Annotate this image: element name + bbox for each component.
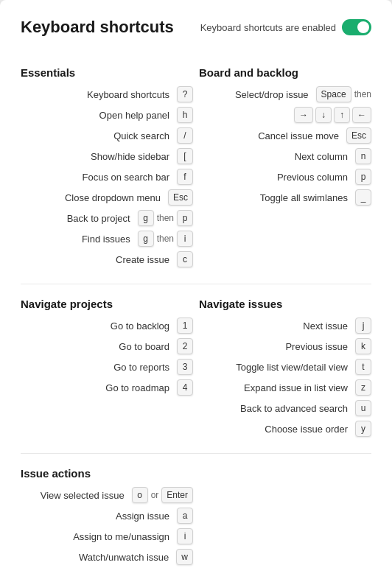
shortcut-label: View selected issue	[41, 490, 125, 501]
key-badge: p	[177, 210, 193, 226]
shortcut-label: Previous column	[277, 172, 348, 183]
then-text: then	[354, 89, 371, 99]
key-badge: h	[177, 107, 193, 123]
shortcut-show-hide-sidebar: Show/hide sidebar [	[21, 148, 193, 164]
key-badge: 4	[177, 379, 193, 396]
key-badge: u	[355, 400, 371, 416]
shortcut-close-dropdown: Close dropdown menu Esc	[21, 189, 193, 206]
shortcut-keyboard-shortcuts: Keyboard shortcuts ?	[21, 86, 193, 102]
navigate-projects-section: Navigate projects Go to backlog 1 Go to …	[21, 284, 193, 441]
key-badge: g	[138, 231, 154, 247]
key-badge: 3	[177, 359, 193, 375]
key-badge: _	[355, 189, 371, 206]
sections-grid: Essentials Keyboard shortcuts ? Open hel…	[21, 53, 371, 568]
shortcut-go-to-backlog: Go to backlog 1	[21, 318, 193, 334]
shortcut-go-to-roadmap: Go to roadmap 4	[21, 379, 193, 396]
shortcut-label: Watch/unwatch issue	[79, 552, 169, 563]
shortcut-label: Go to reports	[113, 362, 169, 373]
shortcut-view-selected-issue: View selected issue o or Enter	[21, 487, 193, 503]
shortcut-label: Keyboard shortcuts	[87, 89, 169, 100]
shortcut-label: Go to board	[119, 341, 169, 352]
shortcut-label: Expand issue in list view	[244, 382, 348, 393]
essentials-section: Essentials Keyboard shortcuts ? Open hel…	[21, 53, 193, 272]
key-badge: c	[177, 251, 193, 267]
key-badge: k	[355, 338, 371, 354]
shortcut-label: Toggle list view/detail view	[236, 362, 348, 373]
shortcut-label: Assign issue	[116, 511, 169, 522]
shortcut-label: Quick search	[113, 130, 169, 141]
shortcut-label: Close dropdown menu	[65, 192, 161, 203]
shortcut-label: Toggle all swimlanes	[260, 192, 348, 203]
shortcut-label: Next column	[295, 151, 348, 162]
shortcut-toggle-list-detail: Toggle list view/detail view t	[199, 359, 371, 375]
shortcut-focus-search-bar: Focus on search bar f	[21, 169, 193, 185]
toggle-container: Keyboard shortcuts are enabled	[200, 19, 371, 35]
toggle-label: Keyboard shortcuts are enabled	[200, 22, 336, 33]
shortcut-go-to-reports: Go to reports 3	[21, 359, 193, 375]
shortcut-label: Find issues	[82, 234, 130, 245]
shortcut-find-issues: Find issues g then i	[21, 231, 193, 247]
key-badge: g	[138, 210, 154, 226]
shortcut-choose-issue-order: Choose issue order y	[199, 421, 371, 437]
shortcut-label: Create issue	[116, 254, 169, 265]
or-text: or	[151, 490, 159, 500]
key-arrow-left: ←	[352, 107, 371, 123]
key-badge: 2	[177, 338, 193, 354]
key-badge: p	[355, 169, 371, 185]
key-badge: Esc	[346, 127, 371, 144]
shortcut-label: Back to project	[67, 213, 130, 224]
shortcut-toggle-swimlanes: Toggle all swimlanes _	[199, 189, 371, 206]
keyboard-shortcuts-toggle[interactable]	[342, 19, 371, 35]
key-badge: Space	[316, 86, 351, 102]
issue-actions-title: Issue actions	[21, 467, 193, 480]
key-enter: Enter	[161, 487, 193, 503]
shortcut-label: Open help panel	[99, 110, 169, 121]
issue-actions-right-spacer	[199, 454, 371, 568]
then-text: then	[157, 234, 174, 244]
modal-title: Keyboard shortcuts	[21, 18, 174, 37]
key-arrow-right: →	[294, 107, 313, 123]
key-badge: i	[177, 528, 193, 544]
shortcut-expand-issue-list: Expand issue in list view z	[199, 379, 371, 396]
key-badge: z	[355, 379, 371, 396]
key-badge: t	[355, 359, 371, 375]
shortcut-label: Focus on search bar	[82, 172, 169, 183]
shortcut-create-issue: Create issue c	[21, 251, 193, 267]
shortcut-label: Next issue	[303, 320, 348, 332]
shortcut-assign-issue: Assign issue a	[21, 508, 193, 524]
navigate-issues-section: Navigate issues Next issue j Previous is…	[199, 284, 371, 441]
board-backlog-title: Board and backlog	[199, 66, 371, 79]
essentials-title: Essentials	[21, 66, 193, 79]
arrow-keys-row: → ↓ ↑ ←	[199, 107, 371, 123]
shortcut-label: Choose issue order	[265, 424, 348, 435]
issue-actions-section: Issue actions View selected issue o or E…	[21, 454, 193, 568]
key-badge: 1	[177, 318, 193, 334]
navigate-projects-title: Navigate projects	[21, 298, 193, 310]
shortcut-previous-issue: Previous issue k	[199, 338, 371, 354]
key-badge: /	[177, 127, 193, 144]
shortcut-label: Previous issue	[285, 341, 348, 352]
then-text: then	[157, 213, 174, 223]
shortcut-open-help: Open help panel h	[21, 107, 193, 123]
key-arrow-down: ↓	[315, 107, 332, 123]
key-badge: ?	[177, 86, 193, 102]
shortcut-watch-unwatch: Watch/unwatch issue w	[21, 549, 193, 565]
keyboard-shortcuts-modal: Keyboard shortcuts Keyboard shortcuts ar…	[0, 0, 392, 568]
key-badge: n	[355, 148, 371, 164]
shortcut-go-to-board: Go to board 2	[21, 338, 193, 354]
shortcut-select-drop-issue: Select/drop issue Space then	[199, 86, 371, 102]
shortcut-quick-search: Quick search /	[21, 127, 193, 144]
key-badge: Esc	[168, 189, 193, 206]
shortcut-label: Show/hide sidebar	[91, 151, 169, 162]
shortcut-label: Cancel issue move	[258, 130, 339, 141]
key-badge: o	[132, 487, 148, 503]
key-badge: w	[176, 549, 193, 565]
shortcut-label: Go to roadmap	[105, 382, 169, 393]
shortcut-label: Back to advanced search	[240, 403, 348, 414]
key-badge: [	[177, 148, 193, 164]
board-backlog-section: Board and backlog Select/drop issue Spac…	[199, 53, 371, 272]
shortcut-label: Go to backlog	[111, 320, 169, 332]
shortcut-previous-column: Previous column p	[199, 169, 371, 185]
shortcut-back-advanced-search: Back to advanced search u	[199, 400, 371, 416]
key-badge: a	[177, 508, 193, 524]
